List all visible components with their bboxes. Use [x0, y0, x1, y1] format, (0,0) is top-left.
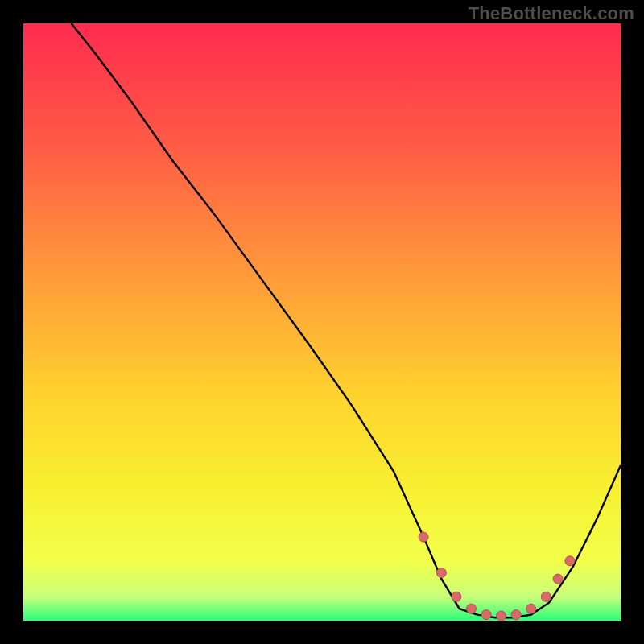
attribution-watermark: TheBottleneck.com: [469, 3, 634, 24]
chart-container: TheBottleneck.com: [0, 0, 644, 644]
heat-gradient-rect: [23, 23, 621, 621]
gradient-background: [23, 23, 621, 621]
